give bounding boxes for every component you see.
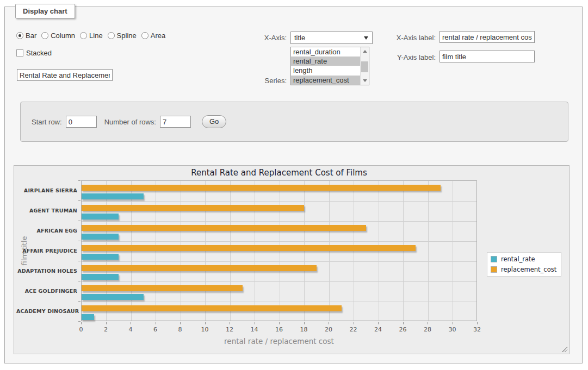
bar-replacement_cost: [82, 225, 366, 231]
chart-type-label: Bar: [26, 32, 36, 40]
stacked-label: Stacked: [26, 49, 52, 57]
x-tick-mark: [403, 322, 404, 324]
legend-label: replacement_cost: [501, 266, 556, 273]
legend-swatch: [491, 266, 497, 273]
x-tick-mark: [378, 322, 379, 324]
x-tick-mark: [230, 322, 230, 324]
series-listbox[interactable]: rental_durationrental_ratelengthreplacem…: [290, 47, 369, 85]
x-tick-label: 28: [419, 326, 436, 333]
x-tick-mark: [255, 322, 255, 324]
x-tick-label: 10: [197, 326, 213, 333]
y-tick-label: AFRICAN EGG: [16, 228, 77, 234]
y-tick-mark: [78, 261, 81, 261]
chart-type-label: Line: [89, 32, 103, 40]
bar-rental_rate: [82, 214, 119, 220]
legend-label: rental_rate: [501, 255, 535, 263]
x-tick-label: 18: [296, 326, 312, 333]
x-tick-label: 8: [172, 326, 188, 333]
x-tick-label: 22: [345, 326, 362, 333]
start-row-input[interactable]: [66, 116, 97, 128]
bar-replacement_cost: [82, 285, 243, 291]
resize-grip-icon[interactable]: [562, 347, 567, 352]
scroll-down-icon[interactable]: [361, 77, 369, 84]
y-tick-mark: [78, 200, 81, 201]
y-tick-mark: [78, 281, 81, 281]
gridline-horizontal: [82, 302, 476, 302]
bar-rental_rate: [82, 254, 119, 260]
start-row-label: Start row:: [32, 118, 62, 126]
chart-title: Rental Rate and Replacement Cost of Film…: [81, 168, 477, 178]
legend-entry-rental_rate: rental_rate: [491, 255, 556, 263]
chart-type-option-bar[interactable]: Bar: [16, 32, 36, 40]
x-tick-label: 20: [320, 326, 337, 333]
x-tick-mark: [205, 322, 206, 324]
x-tick-mark: [279, 322, 280, 324]
series-option-rental_duration[interactable]: rental_duration: [291, 47, 360, 57]
x-tick-mark: [156, 322, 156, 324]
radio-icon[interactable]: [141, 32, 148, 39]
bar-replacement_cost: [82, 265, 317, 271]
gridline-vertical: [428, 181, 429, 321]
x-tick-mark: [453, 322, 453, 324]
radio-icon[interactable]: [16, 32, 23, 39]
x-tick-label: 16: [271, 326, 287, 333]
x-tick-mark: [329, 322, 329, 324]
stacked-row: Stacked: [16, 48, 52, 57]
x-tick-mark: [428, 322, 428, 324]
y-tick-label: AGENT TRUMAN: [16, 208, 77, 214]
chart-area: Rental Rate and Replacement Cost of Film…: [14, 165, 570, 354]
y-axis-label-caption: Y-Axis label:: [353, 53, 436, 61]
y-tick-label: AFFAIR PREJUDICE: [16, 248, 77, 254]
x-axis-select-label: X-Axis:: [222, 34, 287, 42]
bar-rental_rate: [82, 193, 144, 199]
legend-entry-replacement_cost: replacement_cost: [491, 266, 556, 273]
x-tick-label: 6: [147, 326, 164, 333]
radio-icon[interactable]: [41, 32, 48, 39]
chart-type-option-column[interactable]: Column: [41, 32, 75, 40]
y-tick-label: ACADEMY DINOSAUR: [16, 308, 77, 314]
y-tick-label: ADAPTATION HOLES: [16, 268, 77, 274]
display-chart-fieldset: Display chart BarColumnLineSplineArea St…: [4, 7, 583, 363]
series-option-rental_rate[interactable]: rental_rate: [291, 57, 360, 66]
x-axis-label-input[interactable]: [440, 31, 535, 43]
y-axis-label-input[interactable]: [440, 51, 535, 62]
x-tick-label: 0: [73, 326, 89, 333]
y-tick-mark: [78, 321, 81, 322]
chart-type-option-area[interactable]: Area: [141, 32, 165, 40]
chart-title-input[interactable]: [17, 69, 113, 81]
bar-replacement_cost: [82, 205, 304, 211]
num-rows-input[interactable]: [160, 116, 191, 128]
radio-icon[interactable]: [80, 32, 87, 39]
stacked-checkbox[interactable]: [16, 49, 23, 57]
bar-replacement_cost: [82, 305, 342, 311]
gridline-horizontal: [82, 241, 476, 242]
x-tick-label: 30: [444, 326, 461, 333]
gridline-horizontal: [82, 201, 476, 202]
x-tick-label: 24: [370, 326, 386, 333]
gridline-vertical: [453, 181, 453, 321]
chart-type-radio-group: BarColumnLineSplineArea: [16, 31, 170, 40]
radio-icon[interactable]: [108, 32, 115, 39]
x-tick-label: 12: [221, 326, 238, 333]
chart-x-axis-title: rental rate / replacement cost: [81, 337, 477, 346]
series-list-label: Series:: [222, 77, 287, 85]
y-tick-mark: [78, 180, 81, 181]
x-tick-mark: [180, 322, 181, 324]
num-rows-label: Number of rows:: [104, 118, 156, 126]
x-tick-mark: [106, 322, 107, 324]
x-axis-selected-value: title: [294, 34, 305, 42]
bar-rental_rate: [82, 274, 119, 280]
scrollbar-thumb[interactable]: [361, 61, 368, 72]
x-tick-mark: [477, 322, 478, 324]
x-tick-mark: [81, 322, 82, 324]
series-option-replacement_cost[interactable]: replacement_cost: [291, 76, 360, 85]
chart-type-label: Column: [51, 32, 75, 40]
x-tick-label: 26: [395, 326, 411, 333]
chart-type-option-line[interactable]: Line: [80, 32, 103, 40]
y-tick-mark: [78, 221, 81, 221]
x-axis-label-caption: X-Axis label:: [353, 34, 436, 42]
legend-swatch: [491, 256, 497, 262]
chart-type-option-spline[interactable]: Spline: [108, 32, 137, 40]
go-button[interactable]: Go: [202, 115, 226, 128]
series-option-length[interactable]: length: [291, 66, 360, 75]
